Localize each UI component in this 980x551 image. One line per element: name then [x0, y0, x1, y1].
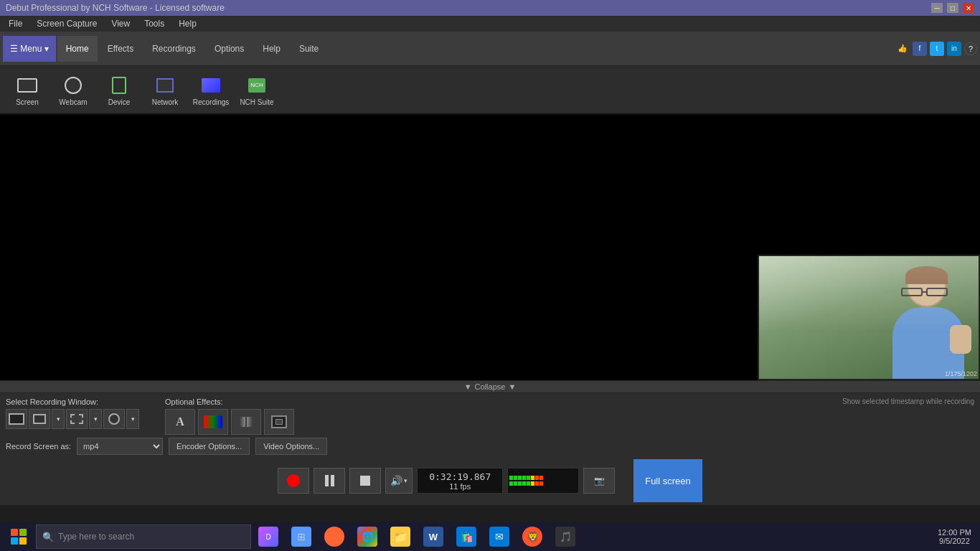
tab-suite[interactable]: Suite: [291, 36, 327, 62]
title-bar: Debut Professional by NCH Software - Lic…: [0, 0, 980, 16]
linkedin-icon[interactable]: in: [947, 42, 961, 56]
taskbar-app-mail[interactable]: ✉: [484, 522, 515, 551]
search-input[interactable]: Type here to search: [58, 532, 134, 542]
ribbon: ☰ Menu ▾ Home Effects Recordings Options…: [0, 32, 980, 66]
region-select-arrow[interactable]: ▾: [89, 409, 102, 429]
webcam-select-arrow[interactable]: ▾: [126, 409, 139, 429]
toolbar-webcam[interactable]: Webcam: [52, 69, 95, 110]
snapshot-icon: 📷: [594, 476, 605, 486]
toolbar-network[interactable]: Network: [143, 69, 187, 110]
network-icon: [154, 74, 176, 97]
taskbar-app-store[interactable]: 🛍️: [451, 522, 482, 551]
tab-home[interactable]: Home: [57, 36, 98, 62]
thumbsup-icon[interactable]: 👍: [895, 42, 910, 56]
twitter-icon[interactable]: t: [930, 42, 944, 56]
menu-tools[interactable]: Tools: [138, 17, 170, 30]
screen-icon: [16, 74, 39, 97]
stop-button[interactable]: [349, 468, 381, 494]
device-icon: [108, 74, 131, 97]
volume-button[interactable]: 🔊 ▾: [385, 468, 413, 494]
color-effect-btn[interactable]: [198, 409, 228, 435]
mail-icon: ✉: [489, 527, 509, 547]
taskbar-app-circle[interactable]: [319, 522, 350, 551]
taskbar: 🔍 Type here to search D ⊞ 🌐 📁 W 🛍️ ✉ 🦁 🎵…: [0, 522, 980, 551]
pause-button[interactable]: [314, 468, 345, 494]
webcam-select-btn[interactable]: [103, 409, 125, 429]
taskbar-app-browser[interactable]: 🌐: [352, 522, 383, 551]
format-select[interactable]: mp4: [77, 438, 163, 455]
close-button[interactable]: ✕: [963, 3, 974, 13]
level-meter-inner: [509, 470, 577, 491]
toolbar-nch-suite[interactable]: NCH NCH Suite: [235, 69, 278, 110]
tab-help[interactable]: Help: [254, 36, 289, 62]
music-icon: 🎵: [555, 527, 575, 547]
region-select-btn[interactable]: [66, 409, 88, 429]
overlay-effect-btn[interactable]: [264, 409, 294, 435]
show-selection-area: Show selected timestamp while recording: [842, 397, 974, 405]
help-icon[interactable]: ?: [964, 42, 977, 55]
taskbar-app-files[interactable]: 📁: [385, 522, 416, 551]
tab-options[interactable]: Options: [206, 36, 253, 62]
taskbar-app-brave[interactable]: 🦁: [517, 522, 548, 551]
ribbon-menu-button[interactable]: ☰ Menu ▾: [3, 36, 56, 62]
recording-window-label: Select Recording Window:: [6, 397, 139, 406]
webcam-overlay: 1/175/1202: [758, 255, 980, 380]
volume-icon: 🔊: [390, 475, 402, 486]
toolbar: Screen Webcam Device Network Recordings …: [0, 66, 980, 115]
files-icon: 📁: [390, 527, 410, 547]
toolbar-screen[interactable]: Screen: [6, 69, 49, 110]
maximize-button[interactable]: □: [947, 3, 958, 13]
snapshot-button[interactable]: 📷: [583, 468, 615, 494]
menu-help[interactable]: Help: [173, 17, 202, 30]
search-bar[interactable]: 🔍 Type here to search: [36, 524, 251, 549]
taskbar-app-music[interactable]: 🎵: [550, 522, 581, 551]
taskbar-app-debut[interactable]: D: [253, 522, 284, 551]
meter-segment: [522, 481, 526, 486]
fade-effect-btn[interactable]: [231, 409, 261, 435]
record-circle-icon: [287, 474, 300, 487]
toolbar-nch-label: NCH Suite: [240, 98, 273, 106]
fullscreen-button[interactable]: Full screen: [633, 459, 702, 502]
collapse-bar[interactable]: ▼ Collapse ▼: [0, 380, 980, 393]
level-meter: [507, 468, 579, 494]
tab-effects[interactable]: Effects: [99, 36, 142, 62]
video-options-button[interactable]: Video Options...: [255, 438, 327, 455]
toolbar-device-label: Device: [108, 98, 131, 106]
record-as-label: Record Screen as:: [6, 442, 71, 451]
title-bar-controls: ─ □ ✕: [931, 3, 974, 13]
taskbar-app-word[interactable]: W: [418, 522, 449, 551]
stop-icon: [360, 476, 370, 486]
window-select-arrow[interactable]: ▾: [52, 409, 65, 429]
debut-app-icon: D: [258, 527, 278, 547]
volume-arrow-icon: ▾: [404, 477, 407, 484]
window-select-btn[interactable]: [29, 409, 50, 429]
start-button[interactable]: [3, 522, 34, 551]
multidesk-icon: ⊞: [291, 527, 311, 547]
facebook-icon[interactable]: f: [913, 42, 927, 56]
record-as-row: Record Screen as: mp4 Encoder Options...…: [6, 438, 974, 455]
menu-bar: File Screen Capture View Tools Help: [0, 16, 980, 32]
store-icon: 🛍️: [456, 527, 476, 547]
menu-screen-capture[interactable]: Screen Capture: [31, 17, 103, 30]
taskbar-right: 12:00 PM 9/5/2022: [932, 528, 977, 545]
clock-time: 12:00 PM: [938, 528, 971, 537]
effects-row: A: [165, 409, 294, 435]
toolbar-recordings[interactable]: Recordings: [189, 69, 232, 110]
menu-file[interactable]: File: [3, 17, 28, 30]
taskbar-app-multidesk[interactable]: ⊞: [286, 522, 317, 551]
pause-icon: [325, 475, 334, 486]
text-effect-btn[interactable]: A: [165, 409, 195, 435]
bottom-panel: Select Recording Window: ▾ ▾ ▾: [0, 393, 980, 505]
meter-segment: [535, 481, 539, 486]
toolbar-device[interactable]: Device: [98, 69, 141, 110]
toolbar-screen-label: Screen: [16, 98, 39, 106]
minimize-button[interactable]: ─: [931, 3, 943, 13]
fullscreen-select-btn[interactable]: [6, 409, 27, 429]
tab-recordings[interactable]: Recordings: [143, 36, 204, 62]
webcam-icon: [62, 74, 85, 97]
recording-window-section: Select Recording Window: ▾ ▾ ▾: [6, 397, 139, 429]
record-button[interactable]: [278, 468, 309, 494]
menu-view[interactable]: View: [105, 17, 136, 30]
encoder-options-button[interactable]: Encoder Options...: [169, 438, 250, 455]
meter-segment: [540, 481, 543, 486]
